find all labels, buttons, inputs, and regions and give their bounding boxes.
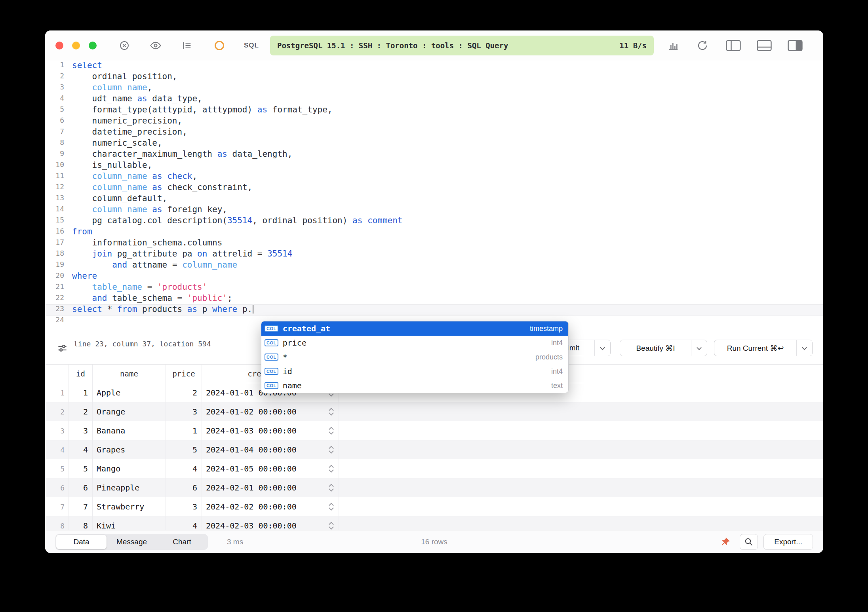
code-line[interactable]: 9 character_maximum_length as data_lengt… [45,149,823,160]
cell-price[interactable]: 4 [166,459,202,478]
cell-name[interactable]: Banana [93,421,166,440]
close-window-button[interactable] [55,42,63,49]
cell-name[interactable]: Strawberry [93,497,166,516]
run-current-button[interactable]: Run Current ⌘↩ [714,340,813,356]
cell-id[interactable]: 8 [69,516,93,530]
tab-message[interactable]: Message [107,535,157,549]
cell-price[interactable]: 2 [166,383,202,402]
autocomplete-item[interactable]: COL*products [261,350,568,364]
cell-created-at[interactable]: 2024-01-04 00:00:00 [202,440,339,459]
tab-chart[interactable]: Chart [157,535,207,549]
autocomplete-item[interactable]: COLcreated_attimestamp [261,321,568,336]
cell-name[interactable]: Kiwi [93,516,166,530]
code-line[interactable]: 6 numeric_precision, [45,116,823,127]
code-line[interactable]: 21 table_name = 'products' [45,282,823,293]
code-line[interactable]: 8 numeric_scale, [45,138,823,149]
table-row[interactable]: 55Mango42024-01-05 00:00:00 [45,459,823,478]
datetime-stepper-icon[interactable] [328,445,334,454]
code-line[interactable]: 23select * from products as p where p. [45,304,823,316]
cell-name[interactable]: Mango [93,459,166,478]
code-line[interactable]: 14 column_name as foreign_key, [45,205,823,216]
preview-eye-icon[interactable] [150,40,162,51]
refresh-icon[interactable] [697,40,708,51]
table-row[interactable]: 44Grapes52024-01-04 00:00:00 [45,440,823,459]
cell-created-at[interactable]: 2024-02-02 00:00:00 [202,497,339,516]
code-line[interactable]: 15 pg_catalog.col_description(35514, ord… [45,216,823,227]
code-line[interactable]: 17 information_schema.columns [45,238,823,249]
cell-id[interactable]: 2 [69,402,93,421]
cell-price[interactable]: 3 [166,497,202,516]
datetime-stepper-icon[interactable] [328,464,334,473]
code-line[interactable]: 7 datetime_precision, [45,127,823,138]
cell-created-at[interactable]: 2024-01-03 00:00:00 [202,421,339,440]
datetime-stepper-icon[interactable] [328,407,334,416]
beautify-button[interactable]: Beautify ⌘I [620,340,707,356]
code-line[interactable]: 22 and table_schema = 'public'; [45,293,823,304]
cell-price[interactable]: 6 [166,478,202,497]
toggle-left-panel-icon[interactable] [726,40,741,51]
code-line[interactable]: 19 and attname = column_name [45,260,823,271]
datetime-stepper-icon[interactable] [328,483,334,492]
cell-id[interactable]: 3 [69,421,93,440]
datetime-stepper-icon[interactable] [328,521,334,530]
table-row[interactable]: 66Pineapple62024-02-01 00:00:00 [45,478,823,497]
cell-price[interactable]: 4 [166,516,202,530]
column-header-id[interactable]: id [69,365,93,383]
cell-id[interactable]: 1 [69,383,93,402]
cancel-query-icon[interactable] [119,40,130,51]
code-line[interactable]: 10 is_nullable, [45,160,823,171]
cell-name[interactable]: Orange [93,402,166,421]
cell-name[interactable]: Pineapple [93,478,166,497]
sql-editor[interactable]: 1select2 ordinal_position,3 column_name,… [45,61,823,327]
code-line[interactable]: 1select [45,61,823,72]
cell-id[interactable]: 5 [69,459,93,478]
code-line[interactable]: 4 udt_name as data_type, [45,94,823,105]
table-row[interactable]: 88Kiwi42024-02-03 00:00:00 [45,516,823,530]
table-row[interactable]: 33Banana12024-01-03 00:00:00 [45,421,823,440]
cell-id[interactable]: 7 [69,497,93,516]
code-line[interactable]: 12 column_name as check_constraint, [45,182,823,194]
cell-price[interactable]: 5 [166,440,202,459]
autocomplete-item[interactable]: COLpriceint4 [261,336,568,350]
cell-price[interactable]: 3 [166,402,202,421]
search-results-button[interactable] [740,534,758,550]
code-line[interactable]: 13 column_default, [45,194,823,205]
cell-name[interactable]: Apple [93,383,166,402]
query-log-icon[interactable] [181,40,192,51]
toggle-bottom-panel-icon[interactable] [757,40,772,51]
pin-result-button[interactable] [717,534,734,550]
cell-name[interactable]: Grapes [93,440,166,459]
table-row[interactable]: 77Strawberry32024-02-02 00:00:00 [45,497,823,516]
cell-created-at[interactable]: 2024-01-05 00:00:00 [202,459,339,478]
tab-data[interactable]: Data [56,535,107,549]
export-button[interactable]: Export... [763,534,813,550]
cell-id[interactable]: 4 [69,440,93,459]
code-line[interactable]: 20where [45,271,823,282]
code-line[interactable]: 5 format_type(atttypid, atttypmod) as fo… [45,105,823,116]
zoom-window-button[interactable] [89,42,97,49]
filter-sliders-icon[interactable] [57,343,68,355]
chevron-down-icon[interactable] [594,340,610,356]
cell-price[interactable]: 1 [166,421,202,440]
datetime-stepper-icon[interactable] [328,426,334,435]
chevron-down-icon[interactable] [691,340,707,356]
autocomplete-item[interactable]: COLnametext [261,378,568,393]
cell-created-at[interactable]: 2024-02-03 00:00:00 [202,516,339,530]
cell-id[interactable]: 6 [69,478,93,497]
code-line[interactable]: 11 column_name as check, [45,171,823,182]
code-line[interactable]: 18 join pg_attribute pa on attrelid = 35… [45,249,823,260]
chart-icon[interactable] [667,40,679,51]
code-line[interactable]: 3 column_name, [45,83,823,94]
autocomplete-item[interactable]: COLidint4 [261,364,568,378]
toggle-right-panel-icon[interactable] [788,40,803,51]
cell-created-at[interactable]: 2024-02-01 00:00:00 [202,478,339,497]
column-header-price[interactable]: price [166,365,202,383]
table-row[interactable]: 22Orange32024-01-02 00:00:00 [45,402,823,421]
code-line[interactable]: 16from [45,227,823,238]
cell-created-at[interactable]: 2024-01-02 00:00:00 [202,402,339,421]
code-line[interactable]: 2 ordinal_position, [45,72,823,83]
minimize-window-button[interactable] [72,42,80,49]
chevron-down-icon[interactable] [796,340,812,356]
datetime-stepper-icon[interactable] [328,502,334,511]
column-header-name[interactable]: name [93,365,166,383]
